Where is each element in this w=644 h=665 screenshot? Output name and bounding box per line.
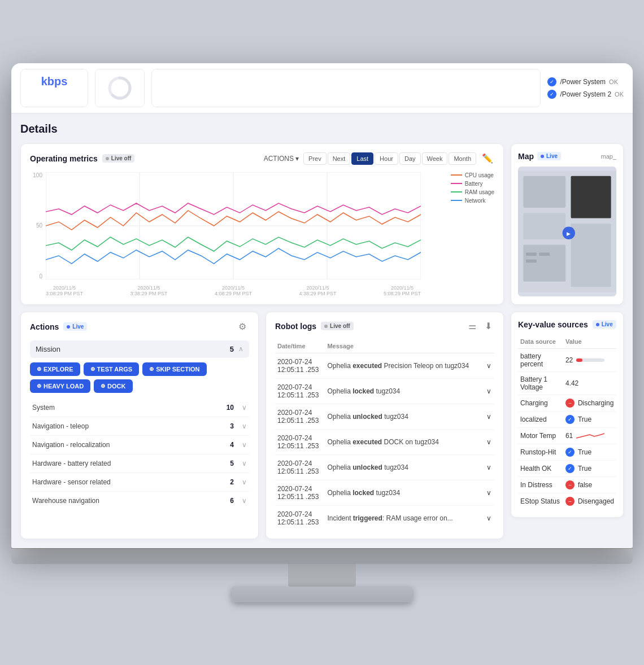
category-warehouse-chevron: ∨ <box>242 497 247 505</box>
test-args-button[interactable]: ⊕ TEST ARGS <box>84 362 140 376</box>
log-datetime-1: 2020-07-2412:05:11 .253 <box>275 353 325 378</box>
log-datetime-7: 2020-07-2412:05:11 .253 <box>275 505 325 531</box>
day-button[interactable]: Day <box>399 152 421 165</box>
log-expand-4[interactable]: ∨ <box>484 429 495 454</box>
svg-rect-11 <box>523 176 565 207</box>
legend-network: Network <box>451 198 494 204</box>
category-hw-battery[interactable]: Hardware - battery related 5 ∨ <box>30 454 249 473</box>
svg-rect-12 <box>523 213 565 239</box>
dock-button[interactable]: ⊕ DOCK <box>94 379 132 393</box>
log-expand-5[interactable]: ∨ <box>484 454 495 480</box>
dock-icon: ⊕ <box>101 383 105 389</box>
kv-key-localized: localized <box>518 411 563 427</box>
power-status-2: OK <box>615 91 624 98</box>
col-message-header: Message <box>325 339 484 353</box>
monitor-screen: kbps ✓ /Power System OK <box>11 63 633 548</box>
x-label-2: 2020/11/53:38:29 PM PST <box>130 285 167 296</box>
next-button[interactable]: Next <box>328 152 351 165</box>
metrics-card-header: Operating metrics Live off ACTIONS ▾ <box>30 152 494 165</box>
download-icon[interactable]: ⬇ <box>482 320 494 333</box>
kv-val-motor-temp: 61 <box>563 427 616 444</box>
mission-label: Mission <box>36 345 60 353</box>
month-button[interactable]: Month <box>449 152 476 165</box>
log-datetime-6: 2020-07-2412:05:11 .253 <box>275 480 325 505</box>
logs-table: Date/time Message 2020-07-2412:05:11 .25… <box>275 339 494 531</box>
log-expand-6[interactable]: ∨ <box>484 480 495 505</box>
chart-area: 100 50 0 <box>30 172 494 296</box>
log-datetime-2: 2020-07-2412:05:11 .253 <box>275 378 325 404</box>
legend-battery: Battery <box>451 181 494 187</box>
log-row-5[interactable]: 2020-07-2412:05:11 .253 Ophelia unlocked… <box>275 454 494 480</box>
actions-card: Actions Live ⚙ Mission <box>20 312 259 539</box>
log-expand-2[interactable]: ∨ <box>484 378 495 404</box>
log-row-6[interactable]: 2020-07-2412:05:11 .253 Ophelia locked t… <box>275 480 494 505</box>
kv-val-battery-pct: 22 <box>563 348 616 371</box>
hour-button[interactable]: Hour <box>375 152 398 165</box>
category-nav-teleop-count: 3 <box>230 422 234 430</box>
monitor-stand-base <box>232 587 412 602</box>
gear-icon[interactable]: ⚙ <box>236 320 249 334</box>
prev-button[interactable]: Prev <box>303 152 327 165</box>
category-hw-sensor-count: 2 <box>230 478 234 486</box>
kv-live-badge: Live <box>593 320 616 329</box>
log-expand-7[interactable]: ∨ <box>484 505 495 531</box>
category-nav-teleop-chevron: ∨ <box>242 422 247 430</box>
time-navigation: Prev Next Last Hour Day Week Month <box>303 152 476 165</box>
category-nav-reloc[interactable]: Navigation - relocalization 4 ∨ <box>30 436 249 454</box>
kv-col-value: Value <box>563 336 616 349</box>
monitor-stand-neck <box>288 564 356 587</box>
y-label-50: 50 <box>30 222 42 229</box>
dropdown-arrow-icon: ▾ <box>295 155 299 163</box>
logs-live-badge: Live off <box>321 322 354 330</box>
svg-rect-14 <box>571 176 611 218</box>
localized-status-icon: ✓ <box>565 415 575 424</box>
filter-icon[interactable]: ⚌ <box>466 320 478 333</box>
power-label-2: /Power System 2 <box>560 90 611 98</box>
map-card: Map Live map_ <box>511 143 624 305</box>
log-expand-3[interactable]: ∨ <box>484 404 495 429</box>
mission-row[interactable]: Mission 5 ∧ <box>30 340 249 358</box>
map-live-dot <box>541 155 544 158</box>
category-hw-battery-count: 5 <box>230 460 234 467</box>
category-hw-sensor[interactable]: Hardware - sensor related 2 ∨ <box>30 473 249 492</box>
explore-button[interactable]: ⊕ EXPLORE <box>30 362 80 376</box>
log-row-2[interactable]: 2020-07-2412:05:11 .253 Ophelia locked t… <box>275 378 494 404</box>
heavy-load-button[interactable]: ⊕ HEAVY LOAD <box>30 379 90 393</box>
log-expand-1[interactable]: ∨ <box>484 353 495 378</box>
log-row-7[interactable]: 2020-07-2412:05:11 .253 Incident trigger… <box>275 505 494 531</box>
category-nav-teleop[interactable]: Navigation - teleop 3 ∨ <box>30 417 249 436</box>
category-warehouse[interactable]: Warehouse navigation 6 ∨ <box>30 492 249 510</box>
kv-col-datasource: Data source <box>518 336 563 349</box>
map-header: Map Live map_ <box>518 152 616 161</box>
log-row-4[interactable]: 2020-07-2412:05:11 .253 Ophelia executed… <box>275 429 494 454</box>
week-button[interactable]: Week <box>422 152 448 165</box>
skip-section-button[interactable]: ⊕ SKIP SECTION <box>142 362 206 376</box>
chart-legend: CPU usage Battery RAM usage <box>451 172 494 204</box>
svg-rect-15 <box>571 223 611 286</box>
kv-row-runstop: Runstop-Hit ✓ True <box>518 444 616 460</box>
monitor-bezel <box>11 548 633 564</box>
action-buttons-group: ⊕ EXPLORE ⊕ TEST ARGS ⊕ SKIP SECTION <box>30 362 249 393</box>
power-system-2: ✓ /Power System 2 OK <box>547 90 624 99</box>
category-nav-reloc-count: 4 <box>230 441 234 449</box>
metrics-title: Operating metrics Live off <box>30 154 134 163</box>
x-label-1: 2020/11/53:08:29 PM PST <box>46 285 83 296</box>
edit-icon[interactable]: ✏️ <box>481 152 494 165</box>
screen-content: kbps ✓ /Power System OK <box>11 63 633 548</box>
x-label-3: 2020/11/54:08:29 PM PST <box>215 285 252 296</box>
kv-val-health: ✓ True <box>563 460 616 476</box>
kv-key-runstop: Runstop-Hit <box>518 444 563 460</box>
kv-live-dot <box>596 323 599 326</box>
category-system[interactable]: System 10 ∨ <box>30 399 249 417</box>
log-row-3[interactable]: 2020-07-2412:05:11 .253 Ophelia unlocked… <box>275 404 494 429</box>
col-datetime-header: Date/time <box>275 339 325 353</box>
metrics-controls: ACTIONS ▾ Prev Next Last Hour Day Week <box>264 152 494 165</box>
actions-dropdown[interactable]: ACTIONS ▾ <box>264 155 299 163</box>
log-row-1[interactable]: 2020-07-2412:05:11 .253 Ophelia executed… <box>275 353 494 378</box>
last-button[interactable]: Last <box>351 152 373 165</box>
kv-key-voltage: Battery 1 Voltage <box>518 371 563 395</box>
operating-metrics-card: Operating metrics Live off ACTIONS ▾ <box>20 143 504 305</box>
skipsection-icon: ⊕ <box>149 366 154 372</box>
ring-card <box>95 69 145 107</box>
map-name: map_ <box>601 153 616 160</box>
